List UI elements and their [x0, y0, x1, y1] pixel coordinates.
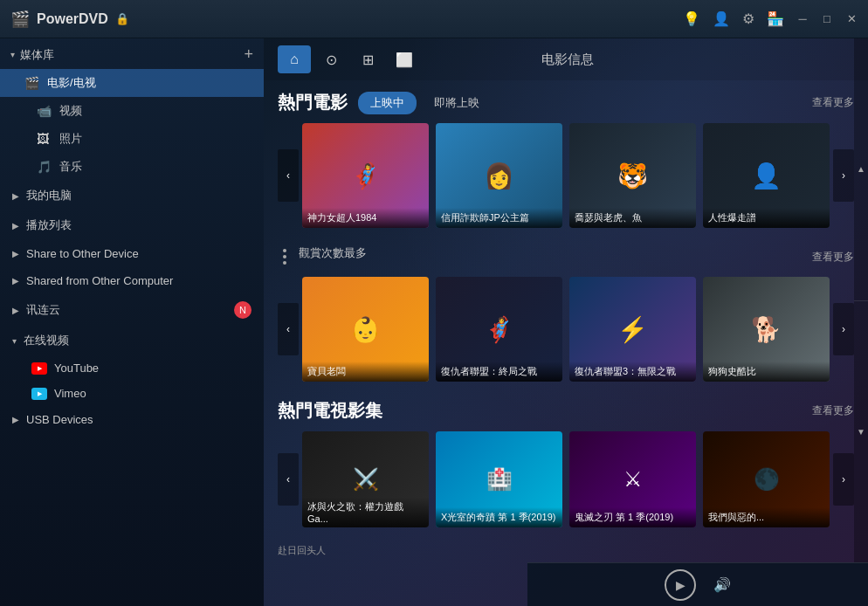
sidebar-section-header[interactable]: ▾ 媒体库 + — [0, 38, 264, 69]
hot-tv-prev[interactable]: ‹ — [278, 453, 299, 506]
nav-disc-button[interactable]: ⊙ — [314, 45, 348, 73]
sidebar-label-youtube: YouTube — [54, 362, 99, 375]
movie-card-dog[interactable]: 🐕 狗狗史酷比 — [703, 277, 830, 382]
hot-movies-prev[interactable]: ‹ — [278, 149, 299, 202]
hot-movies-next[interactable]: › — [833, 149, 854, 202]
hot-movies-title: 熱門電影 — [278, 91, 348, 114]
movie-tv-icon: 🎬 — [24, 76, 40, 90]
tv-card-evil[interactable]: 🌑 我們與惡的... — [703, 431, 830, 527]
title-bar-left: 🎬 PowerDVD 🔒 — [10, 10, 129, 29]
sidebar-item-playlist[interactable]: ▶ 播放列表 — [0, 210, 264, 240]
most-watched-grid: 👶 寶貝老闆 🦸 復仇者聯盟：終局之戰 ⚡ — [278, 277, 854, 382]
hot-tv-grid: ⚔️ 冰與火之歌：權力遊戲 Ga... 🏥 X光室的奇蹟 第 1 季(2019) — [278, 431, 854, 527]
settings-icon[interactable]: ⚙ — [742, 10, 754, 27]
add-media-button[interactable]: + — [244, 45, 253, 64]
title-bar-controls: 💡 👤 ⚙ 🏪 ─ □ ✕ — [683, 10, 858, 27]
movie-card-avengers3[interactable]: ⚡ 復仇者聯盟3：無限之戰 — [569, 277, 696, 382]
minimize-button[interactable]: ─ — [796, 13, 809, 25]
sidebar-item-vimeo[interactable]: Vimeo — [0, 381, 264, 406]
sidebar-label-usb: USB Devices — [26, 413, 93, 426]
movie-title-avengers3: 復仇者聯盟3：無限之戰 — [569, 362, 696, 382]
top-nav-left: ⌂ ⊙ ⊞ ⬜ — [278, 45, 421, 73]
user-icon[interactable]: 👤 — [713, 10, 730, 27]
movie-card-tiger-fish[interactable]: 🐯 喬瑟與老虎、魚 — [569, 123, 696, 228]
youtube-icon — [31, 362, 47, 375]
sidebar-label-cloud: 讯连云 — [26, 302, 60, 318]
content-area: ⌂ ⊙ ⊞ ⬜ 电影信息 熱門電影 上映中 即將上映 — [264, 38, 868, 606]
store-icon[interactable]: 🏪 — [767, 10, 784, 27]
sidebar-item-shared-from-pc[interactable]: ▶ Shared from Other Computer — [0, 267, 264, 294]
hot-tv-next[interactable]: › — [833, 453, 854, 506]
most-watched-next[interactable]: › — [833, 303, 854, 355]
movie-title-dog: 狗狗史酷比 — [703, 362, 830, 382]
hot-movies-more[interactable]: 查看更多 — [812, 95, 854, 110]
sidebar-label-movie-tv: 电影/电视 — [47, 75, 251, 91]
hot-tv-title: 熱門電視影集 — [278, 399, 382, 423]
main-layout: ▾ 媒体库 + 🎬 电影/电视 📹 视频 🖼 照片 — [0, 38, 868, 606]
sidebar-label-online-video: 在线视频 — [24, 333, 69, 348]
media-library-chevron: ▾ — [10, 50, 15, 59]
sidebar-item-youtube[interactable]: YouTube — [0, 355, 264, 381]
sidebar-content: ▾ 媒体库 + 🎬 电影/电视 📹 视频 🖼 照片 — [0, 38, 264, 606]
sidebar-item-online-video[interactable]: ▾ 在线视频 — [0, 326, 264, 355]
cloud-chevron: ▶ — [12, 306, 19, 315]
sidebar-label-share-to-device: Share to Other Device — [26, 247, 139, 260]
sidebar-label-photo: 照片 — [59, 131, 251, 147]
nav-tv-button[interactable]: ⬜ — [388, 45, 421, 73]
online-video-chevron: ▾ — [12, 336, 17, 346]
photo-icon: 🖼 — [37, 132, 52, 146]
close-button[interactable]: ✕ — [845, 13, 858, 25]
hot-movies-header: 熱門電影 上映中 即將上映 查看更多 — [278, 91, 854, 114]
vimeo-icon — [31, 388, 47, 400]
app-title: PowerDVD — [37, 11, 108, 27]
hot-movies-grid: 🦸‍♀️ 神力女超人1984 👩 信用詐欺師JP公主篇 — [278, 123, 854, 228]
tv-card-med[interactable]: 🏥 X光室的奇蹟 第 1 季(2019) — [436, 431, 562, 527]
share-to-chevron: ▶ — [12, 249, 19, 258]
movie-title-tiger-fish: 喬瑟與老虎、魚 — [569, 208, 696, 228]
music-icon: 🎵 — [37, 160, 52, 174]
sidebar: ▾ 媒体库 + 🎬 电影/电视 📹 视频 🖼 照片 — [0, 38, 264, 606]
media-library-label: 媒体库 — [20, 47, 54, 63]
hot-movies-tabs: 上映中 即將上映 — [358, 92, 492, 114]
movie-card-fraud[interactable]: 👩 信用詐欺師JP公主篇 — [436, 123, 562, 228]
movie-card-human-nature[interactable]: 👤 人性爆走譜 — [703, 123, 830, 228]
tab-now-showing[interactable]: 上映中 — [358, 92, 417, 114]
tv-title-evil: 我們與惡的... — [703, 507, 830, 527]
lock-icon: 🔒 — [115, 12, 129, 25]
hot-tv-more[interactable]: 查看更多 — [812, 403, 854, 418]
sidebar-item-movie-tv[interactable]: 🎬 电影/电视 — [0, 69, 264, 97]
nav-home-button[interactable]: ⌂ — [278, 45, 311, 73]
movie-card-boss-baby[interactable]: 👶 寶貝老闆 — [302, 277, 429, 382]
maximize-button[interactable]: □ — [821, 13, 833, 25]
tv-card-got[interactable]: ⚔️ 冰與火之歌：權力遊戲 Ga... — [302, 431, 429, 527]
sidebar-item-music[interactable]: 🎵 音乐 — [0, 153, 264, 181]
sidebar-item-usb[interactable]: ▶ USB Devices — [0, 406, 264, 433]
tv-title-got: 冰與火之歌：權力遊戲 Ga... — [302, 497, 429, 527]
sidebar-item-share-to-device[interactable]: ▶ Share to Other Device — [0, 240, 264, 267]
movie-card-avengers4[interactable]: 🦸 復仇者聯盟：終局之戰 — [436, 277, 562, 382]
hot-tv-carousel: ‹ ⚔️ 冰與火之歌：權力遊戲 Ga... 🏥 X光室的奇 — [278, 431, 854, 527]
most-watched-more[interactable]: 查看更多 — [812, 250, 854, 265]
volume-icon[interactable]: 🔊 — [713, 576, 731, 593]
most-watched-title: 觀賞次數最多 — [299, 245, 367, 261]
nav-grid-button[interactable]: ⊞ — [351, 45, 384, 73]
movie-title-human-nature: 人性爆走譜 — [703, 208, 830, 228]
bulb-icon[interactable]: 💡 — [683, 10, 700, 27]
tv-card-demon-slayer[interactable]: ⚔ 鬼滅之刃 第 1 季(2019) — [569, 431, 696, 527]
sidebar-item-my-pc[interactable]: ▶ 我的电脑 — [0, 181, 264, 210]
content-title: 电影信息 — [424, 52, 711, 68]
sidebar-item-cloud[interactable]: ▶ 讯连云 N — [0, 294, 264, 326]
sidebar-label-my-pc: 我的电脑 — [26, 188, 72, 203]
sidebar-item-video[interactable]: 📹 视频 — [0, 97, 264, 125]
app-icon: 🎬 — [10, 10, 30, 29]
sidebar-item-photo[interactable]: 🖼 照片 — [0, 125, 264, 153]
play-icon: ▶ — [676, 578, 685, 592]
movie-card-ww1984[interactable]: 🦸‍♀️ 神力女超人1984 — [302, 123, 429, 228]
play-button[interactable]: ▶ — [665, 569, 696, 601]
content-inner: ⌂ ⊙ ⊞ ⬜ 电影信息 熱門電影 上映中 即將上映 — [264, 38, 868, 606]
usb-chevron: ▶ — [12, 415, 19, 424]
tab-coming-soon[interactable]: 即將上映 — [422, 92, 492, 114]
most-watched-dots — [278, 245, 292, 268]
tv-title-med: X光室的奇蹟 第 1 季(2019) — [436, 507, 562, 527]
most-watched-prev[interactable]: ‹ — [278, 303, 299, 355]
